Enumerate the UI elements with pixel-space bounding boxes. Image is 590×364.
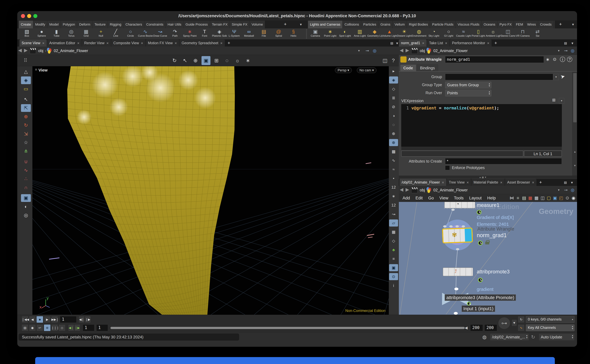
shelf-tab-volume[interactable]: Volume [250, 21, 265, 28]
shelf-tab-pyro-fx[interactable]: Pyro FX [497, 21, 514, 28]
rotate-tool-icon[interactable]: ↻ [21, 121, 31, 129]
shelf-tool-metaball[interactable]: ∞Metaball [242, 28, 256, 39]
shelf-tab-wires[interactable]: Wires [525, 21, 538, 28]
step-forward-button[interactable]: ❘▶ [85, 316, 91, 323]
key-mode-combo[interactable]: Key All Channels▲▼ [526, 324, 575, 331]
update-mode-combo[interactable]: Auto Update▲▼ [539, 333, 575, 341]
node-attribpromote3[interactable]: ⤴ [443, 267, 473, 276]
diamond-icon[interactable]: ◇ [389, 237, 398, 244]
shelf-tab-drive-simulation[interactable]: Drive Simulation [554, 21, 555, 28]
pane-tab-geometry-spreadsheet[interactable]: Geometry Spreadsheet✕ [180, 39, 225, 46]
pose-tool-icon[interactable]: ☆ [21, 139, 31, 146]
current-frame-field[interactable]: 1 [60, 316, 77, 323]
shelf-overflow-dropdown-right[interactable]: ▼ [571, 23, 575, 26]
shelf-tool-null[interactable]: +Null [94, 28, 108, 39]
shelf-tab-simple-fx[interactable]: Simple FX [230, 21, 249, 28]
shelf-tool-curve-bezier[interactable]: ∿Curve Bezier [138, 28, 153, 39]
pane-tab-render-view[interactable]: Render View✕ [82, 39, 111, 46]
right-pane-page-icon[interactable]: ▤ [564, 41, 567, 45]
projection-button[interactable]: Persp ▾ [335, 67, 352, 73]
move-tool-icon[interactable]: ⊕ [21, 113, 31, 121]
add-pane-tab-button[interactable]: + [537, 179, 544, 187]
shelf-tab-rigging[interactable]: Rigging [108, 21, 124, 28]
scroll-down-icon[interactable]: ▼ [573, 164, 577, 167]
left-pane-page-icon[interactable]: ▤ [390, 41, 393, 45]
shelf-tool-path[interactable]: ↷Path [168, 28, 182, 39]
stowbar-grid-icon[interactable]: ⠿ [21, 56, 30, 65]
shelf-tool-helix[interactable]: §Helix [286, 28, 301, 39]
scene-viewport[interactable]: ⠛ View Persp ▾ No cam ▾ Non-Commercial E… [32, 66, 389, 315]
link-target-icon[interactable]: ◎ [570, 48, 576, 54]
path-dropdown[interactable]: ▼ [557, 49, 560, 52]
breadcrumb-node[interactable]: 02_Animate_Flower [433, 186, 468, 194]
keys-info-field[interactable]: 0 keys, 0/0 channels▲ [526, 316, 575, 323]
light-off-icon[interactable]: ◌ [389, 121, 398, 128]
net-list-icon[interactable]: ▤ [521, 195, 527, 202]
shelf-tool-font[interactable]: TFont [197, 28, 212, 39]
view-camera-icon[interactable]: ▣ [21, 194, 31, 202]
shelf-tool-torus[interactable]: ◎Torus [64, 28, 79, 39]
shelf-tab-viscous-fluids[interactable]: Viscous Fluids [456, 21, 482, 28]
attribs-create-field[interactable]: * [445, 158, 562, 164]
key-slider-button[interactable]: ◇ [59, 324, 65, 331]
shelf-overflow-dropdown[interactable]: ▼ [299, 23, 302, 26]
prim-numbers-icon[interactable]: 12 [389, 202, 398, 209]
shelf-tab-lights-and-cameras[interactable]: Lights and Cameras [308, 21, 342, 28]
close-tab-icon[interactable]: ✕ [174, 42, 177, 45]
net-visibility-icon[interactable]: ◉ [570, 195, 577, 202]
curve-handle-icon[interactable]: ↝ [389, 210, 398, 218]
menu-tools[interactable]: Tools [451, 195, 466, 202]
back-icon[interactable]: ◀ [400, 187, 403, 192]
vex-menu-dropdown[interactable]: ▼ [559, 98, 564, 104]
net-palette-icon[interactable]: ▦ [527, 195, 533, 202]
shade-plane-icon[interactable]: ▱ [389, 220, 398, 227]
shelf-tool-box[interactable]: ▧Box [20, 28, 34, 39]
node-flag-cyan[interactable] [465, 228, 472, 242]
link-target-icon[interactable]: ◎ [372, 48, 378, 54]
forward-icon[interactable]: ▶ [406, 47, 409, 53]
info-icon[interactable]: i [389, 282, 398, 289]
node-type-icon[interactable] [400, 56, 407, 63]
transform-tool-icon[interactable]: ⊕ [191, 56, 200, 65]
pane-tab-take-list[interactable]: Take List✕ [427, 39, 449, 46]
pane-tab-motion-fx-view[interactable]: Motion FX View✕ [146, 39, 179, 46]
custom-shape-icon[interactable]: ♣ [389, 246, 398, 253]
shelf-tool-grid[interactable]: ▦Grid [79, 28, 94, 39]
shelf-tab-create[interactable]: Create [19, 21, 33, 28]
shelf-tool-gi-light[interactable]: ○GI Light [441, 28, 456, 39]
pane-tab-obj-02-animate-flower[interactable]: /obj/02_Animate_Flower✕ [399, 179, 446, 186]
breadcrumb-node[interactable]: 02_Animate_Flower [54, 46, 88, 55]
shelf-tab-deform[interactable]: Deform [77, 21, 92, 28]
help-icon[interactable]: ? [567, 57, 572, 62]
shelf-tool-tube[interactable]: ▮Tube [49, 28, 64, 39]
path-dropdown[interactable]: ▼ [557, 189, 560, 192]
light-normal-icon[interactable]: ⊕ [389, 130, 398, 137]
pin-icon[interactable]: ⊸ [563, 187, 569, 193]
pane-tab-performance-monitor[interactable]: Performance Monitor✕ [450, 39, 492, 46]
shelf-tab-rigid-bodies[interactable]: Rigid Bodies [407, 21, 430, 28]
revert-button[interactable]: ↩ [36, 324, 43, 331]
display-options-icon[interactable]: ∗ [243, 56, 252, 65]
display-grid-icon[interactable]: ◈ [21, 77, 31, 84]
handles-tool-icon[interactable]: ⋔ [21, 147, 31, 155]
view-tool-icon[interactable]: ↻ [170, 56, 179, 65]
close-tab-icon[interactable]: ✕ [442, 181, 444, 184]
breadcrumb-context[interactable]: obj [420, 186, 425, 194]
shelf-tab-texture[interactable]: Texture [92, 21, 108, 28]
shelf-tab-crowds[interactable]: Crowds [538, 21, 554, 28]
shelf-tab-terrain-fx[interactable]: Terrain FX [210, 21, 230, 28]
realtime-toggle-button[interactable]: ⊕ [44, 324, 51, 331]
snap-grid-icon[interactable]: ∪ [21, 158, 31, 166]
close-tab-icon[interactable]: ✕ [500, 181, 503, 184]
shelf-tool-spray-paint[interactable]: ∗Spray Paint [182, 28, 197, 39]
curve-display-icon[interactable]: ∿ [389, 157, 398, 164]
search-icon[interactable]: ⊙ [553, 57, 556, 62]
close-tab-icon[interactable]: ✕ [466, 181, 469, 184]
menu-layout[interactable]: Layout [466, 195, 484, 202]
add-pane-tab-button[interactable]: + [492, 39, 500, 47]
pane-tab-tree-view[interactable]: Tree View✕ [447, 179, 471, 186]
pin-icon[interactable]: ⊸ [364, 48, 370, 54]
tab-code[interactable]: Code [400, 65, 416, 71]
autokey-icon[interactable]: ↻ [518, 316, 525, 323]
play-button[interactable]: ▶ [44, 316, 51, 323]
